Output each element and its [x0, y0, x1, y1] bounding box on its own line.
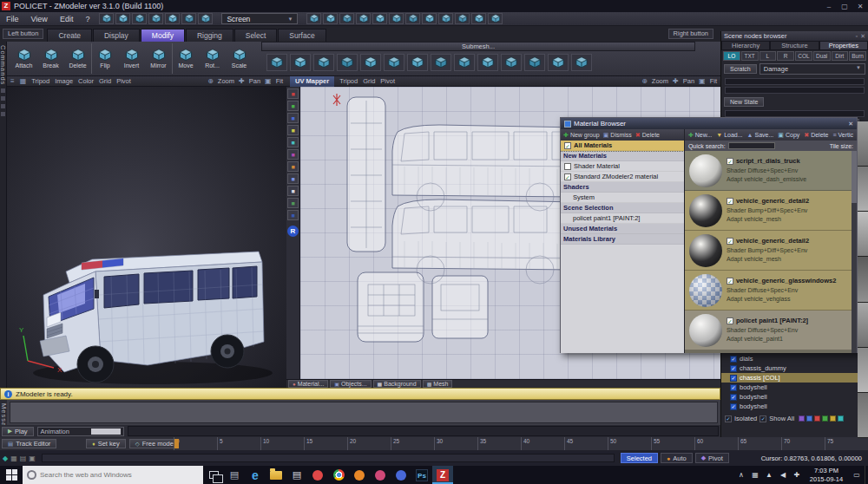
track-editor-button[interactable]: ▤ Track Editor: [2, 439, 56, 448]
material-tree-checkbox[interactable]: [564, 163, 571, 170]
network-icon[interactable]: ▲: [762, 471, 776, 479]
taskbar-app-icon[interactable]: [266, 466, 286, 484]
side-strip-icon[interactable]: [1, 88, 5, 93]
search-input[interactable]: [40, 471, 187, 479]
uv-tool-button[interactable]: ■: [287, 161, 299, 172]
geometry-tool-icon[interactable]: [356, 13, 371, 24]
viewport-toggle[interactable]: Pivot: [380, 77, 395, 85]
ribbon-tool-button[interactable]: Attach: [10, 43, 37, 74]
timeline-ruler[interactable]: 051015202530354045505560657075: [174, 437, 868, 450]
layer-flag-icon[interactable]: [838, 415, 844, 422]
lod-toggle-button[interactable]: Dual: [813, 51, 831, 61]
fit-label[interactable]: Fit: [276, 77, 283, 85]
material-browser-titlebar[interactable]: Material Browser ✕: [561, 118, 857, 129]
material-tree-row[interactable]: ✓ Standard ZModeler2 material: [561, 172, 684, 182]
ribbon-tab[interactable]: Display: [93, 29, 140, 42]
hierarchy-node[interactable]: ✓ bodyshell: [721, 392, 862, 402]
taskbar-app-icon[interactable]: [391, 466, 411, 484]
messages-log[interactable]: [10, 402, 718, 423]
submesh-tool-icon[interactable]: [407, 54, 428, 71]
taskbar-app-icon[interactable]: [328, 466, 349, 484]
hierarchy-node[interactable]: ✓ bodyshell: [721, 402, 862, 411]
toolbar-button[interactable]: ✚New group: [563, 132, 600, 139]
material-tree-row[interactable]: System: [561, 193, 684, 203]
menu-item[interactable]: View: [25, 15, 54, 23]
taskbar-clock[interactable]: 7:03 PM 2015-09-14: [804, 467, 849, 484]
submesh-tool-icon[interactable]: [337, 54, 358, 71]
viewport-toggle[interactable]: Tripod: [31, 77, 49, 85]
submesh-tool-icon[interactable]: [524, 54, 545, 71]
ribbon-tool-button[interactable]: Invert: [118, 43, 145, 74]
toolbar-button[interactable]: ▣Dismiss: [603, 132, 632, 139]
material-tree-checkbox[interactable]: ✓: [564, 173, 571, 180]
pan-label[interactable]: Pan: [249, 77, 260, 85]
viewport-toggle[interactable]: Color: [78, 77, 94, 85]
uv-tool-button[interactable]: ■: [287, 186, 299, 196]
close-icon[interactable]: ✕: [848, 121, 853, 128]
maximize-button[interactable]: ▢: [837, 3, 852, 10]
geometry-tool-icon[interactable]: [148, 13, 163, 24]
uv-tool-button[interactable]: ■: [287, 149, 299, 160]
left-button[interactable]: Left button: [3, 29, 43, 39]
geometry-tool-icon[interactable]: [115, 13, 130, 24]
commands-strip-label[interactable]: Commands: [0, 45, 7, 85]
toolbar-button[interactable]: ✖Delete: [635, 132, 660, 139]
lod-toggle-button[interactable]: COL: [795, 51, 812, 61]
submesh-tool-icon[interactable]: [571, 54, 592, 71]
ribbon-tool-button[interactable]: Delete: [64, 43, 91, 74]
material-row[interactable]: ✓ vehicle_generic_glasswindows2 Shader D…: [685, 271, 857, 311]
menu-item[interactable]: Edit: [54, 15, 80, 23]
taskbar-app-icon[interactable]: [307, 466, 328, 484]
toolbar-button[interactable]: ✚New...: [688, 132, 712, 139]
lod-toggle-button[interactable]: TXT: [741, 51, 759, 61]
pan-icon[interactable]: ✚: [239, 77, 245, 85]
material-tree-row[interactable]: Shader Material: [561, 161, 684, 172]
taskbar-app-icon[interactable]: e: [245, 466, 266, 484]
layer-flag-icon[interactable]: [799, 415, 805, 422]
screen-mode-dropdown[interactable]: Screen ▼: [221, 13, 298, 24]
uv-tool-button[interactable]: ■: [287, 210, 299, 220]
geometry-tool-icon[interactable]: [323, 13, 338, 24]
submesh-tool-icon[interactable]: [313, 54, 334, 71]
reset-uv-button[interactable]: R: [287, 226, 299, 237]
geometry-tool-icon[interactable]: [339, 13, 354, 24]
ribbon-tab[interactable]: Create: [47, 29, 92, 42]
taskbar-search-box[interactable]: [23, 466, 203, 484]
node-visibility-checkbox[interactable]: ✓: [730, 394, 737, 401]
material-list-scrollbar[interactable]: [852, 151, 857, 353]
action-center-icon[interactable]: ▭: [849, 471, 865, 479]
material-tree-checkbox[interactable]: ✓: [564, 142, 571, 149]
geometry-tool-icon[interactable]: [422, 13, 437, 24]
toolbar-button[interactable]: ▲Save...: [747, 132, 774, 138]
scratch-button[interactable]: Scratch: [724, 64, 757, 74]
zoom-icon[interactable]: ⊕: [207, 77, 214, 85]
submesh-tool-icon[interactable]: [501, 54, 522, 71]
hierarchy-node[interactable]: ✓ chassis [COL]: [721, 373, 862, 383]
mode-toggle-icon[interactable]: ▣: [29, 455, 36, 462]
panel-tab[interactable]: Structure: [770, 41, 819, 50]
uv-tool-button[interactable]: ■: [287, 198, 299, 208]
hierarchy-node[interactable]: ✓ bodyshell: [721, 383, 862, 392]
messages-strip-label[interactable]: Messages: [0, 403, 8, 425]
submesh-tool-icon[interactable]: [454, 54, 475, 71]
isolated-checkbox[interactable]: ✓: [725, 415, 732, 422]
pan-label[interactable]: Pan: [683, 77, 694, 85]
geometry-tool-icon[interactable]: [165, 13, 180, 24]
minimize-button[interactable]: –: [821, 3, 837, 10]
material-tree-row[interactable]: policet paint1 [PAINT:2]: [561, 213, 684, 224]
viewport-toggle[interactable]: Tripod: [339, 77, 358, 85]
snap-icon[interactable]: ◆: [3, 455, 8, 462]
lod-toggle-button[interactable]: Burn: [849, 51, 866, 61]
close-button[interactable]: ✕: [852, 3, 868, 10]
ribbon-tool-button[interactable]: Move: [172, 43, 199, 74]
frame-marker[interactable]: [174, 439, 179, 448]
ribbon-tool-button[interactable]: Flip: [91, 43, 118, 74]
submesh-tool-icon[interactable]: [290, 54, 311, 71]
geometry-tool-icon[interactable]: [438, 13, 453, 24]
panel-tab[interactable]: Hierarchy: [721, 41, 770, 50]
submesh-tool-icon[interactable]: [477, 54, 498, 71]
menu-item[interactable]: ?: [79, 15, 95, 23]
side-strip-icon[interactable]: [1, 96, 5, 101]
toolbar-button[interactable]: ✖Delete: [804, 132, 828, 139]
submesh-tool-icon[interactable]: [548, 54, 569, 71]
